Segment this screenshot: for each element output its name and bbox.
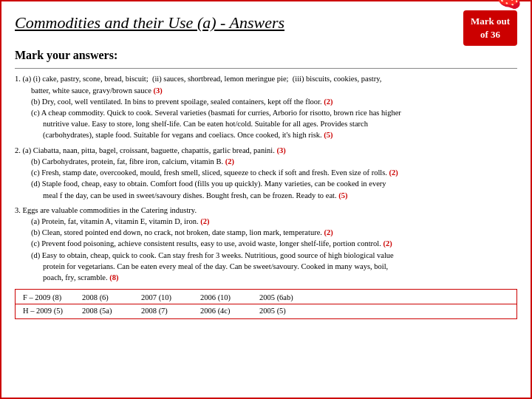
header: Commodities and their Use (a) - Answers … [15,10,517,46]
footer-cell-2005-6ab: 2005 (6ab) [252,291,311,304]
divider [15,68,517,69]
section-2-line-4: (d) Staple food, cheap, easy to obtain. … [31,178,517,189]
section-2-line-5: meal f the day, can be used in sweet/sav… [43,190,517,201]
mark-5a: (5) [324,131,332,139]
footer-cell-h2009: H – 2009 (5) [16,304,75,317]
footer-cell-2008-5a: 2008 (5a) [75,304,134,317]
footer-cell-f2009: F – 2009 (8) [16,291,75,304]
footer-cell-2006-4c: 2006 (4c) [193,304,252,317]
footer-table: F – 2009 (8) 2008 (6) 2007 (10) 2006 (10… [15,289,517,319]
section-2: 2. (a) Ciabatta, naan, pitta, bagel, cro… [15,145,517,201]
section-1: 1. (a) (i) cake, pastry, scone, bread, b… [15,73,517,140]
section-1-line-4: (c) A cheap commodity. Quick to cook. Se… [31,107,517,118]
mark-2c: (2) [225,157,234,166]
footer-cell-2005-5: 2005 (5) [252,304,311,317]
mark-8: (8) [109,273,118,282]
section-3-line-4: (d) Easy to obtain, cheap, quick to cook… [31,250,517,261]
section-2-line-1: 2. (a) Ciabatta, naan, pitta, bagel, cro… [15,145,517,156]
section-1-line-2: batter, white sauce, gravy/brown sauce (… [31,85,517,96]
raspberry-icon: 🍓 [494,0,523,7]
mark-2d: (2) [389,168,398,177]
footer-cell-2007-10: 2007 (10) [134,291,193,304]
mark-your-answers-label: Mark your answers: [15,49,517,62]
page-title: Commodities and their Use (a) - Answers [15,10,463,33]
section-3-line-5: protein for vegetarians. Can be eaten ev… [43,261,517,272]
mark-2f: (2) [324,228,333,236]
section-3-line-3: (c) Prevent food poisoning, achieve cons… [31,238,517,249]
section-3-line-0: 3. Eggs are valuable commodities in the … [15,205,517,216]
section-3: 3. Eggs are valuable commodities in the … [15,205,517,284]
section-3-line-2: (b) Clean, stored pointed end down, no c… [31,227,517,238]
mark-3b: (3) [277,146,286,154]
mark-5b: (5) [338,191,347,200]
mark-2e: (2) [200,217,209,225]
mark-3a: (3) [153,86,162,95]
footer-cell-2006-10: 2006 (10) [193,291,252,304]
footer-cell-2008-7: 2008 (7) [134,304,193,317]
mark-out-badge-wrapper: 🍓 Mark out of 36 [463,10,517,46]
footer-cell-2008-6: 2008 (6) [75,291,134,304]
section-1-line-6: (carbohydrates), staple food. Suitable f… [43,129,517,140]
section-3-line-6: poach, fry, scramble. (8) [43,272,517,283]
section-1-line-5: nutritive value. Easy to store, long she… [43,118,517,129]
mark-2g: (2) [383,239,392,248]
section-1-line-3: (b) Dry, cool, well ventilated. In bins … [31,96,517,107]
mark-out-badge: Mark out of 36 [463,10,517,46]
mark-2b: (2) [324,98,332,106]
section-2-line-2: (b) Carbohydrates, protein, fat, fibre i… [31,156,517,167]
section-2-line-3: (c) Fresh, stamp date, overcooked, mould… [31,167,517,178]
section-3-line-1: (a) Protein, fat, vitamin A, vitamin E, … [31,216,517,227]
section-1-line-1: 1. (a) (i) cake, pastry, scone, bread, b… [15,73,517,84]
content-area: 1. (a) (i) cake, pastry, scone, bread, b… [15,73,517,283]
page: Commodities and their Use (a) - Answers … [0,0,532,399]
